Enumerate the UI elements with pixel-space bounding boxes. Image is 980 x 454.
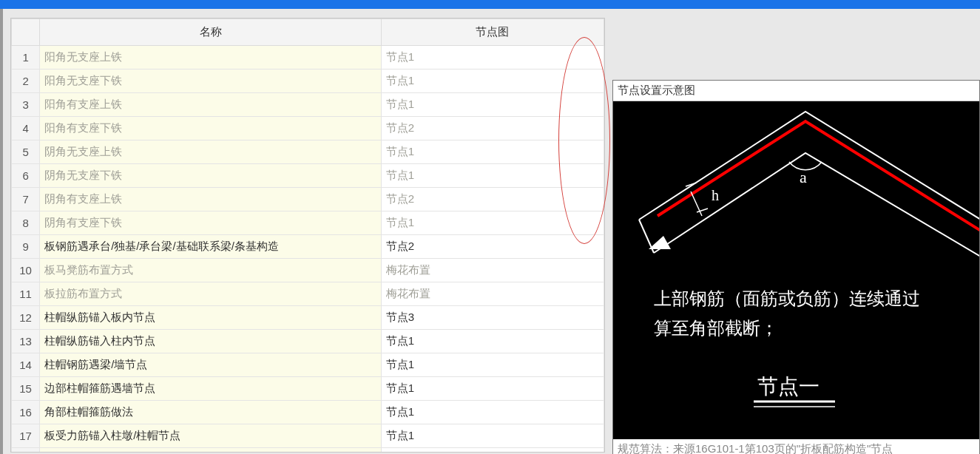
name-cell[interactable]: 阴角无支座上铁 bbox=[40, 140, 382, 164]
node-cell[interactable]: 节点1 bbox=[381, 46, 604, 70]
node-table: 名称 节点图 1阳角无支座上铁节点12阳角无支座下铁节点13阳角有支座上铁节点1… bbox=[11, 18, 604, 453]
table-row[interactable]: 5阴角无支座上铁节点1 bbox=[12, 140, 604, 164]
name-cell[interactable]: 板受力筋锚入柱墩/柱帽节点 bbox=[40, 424, 382, 448]
node-cell[interactable]: 节点1 bbox=[381, 353, 604, 377]
rownum-cell: 7 bbox=[12, 188, 40, 211]
col-rownum bbox=[12, 19, 40, 46]
name-cell[interactable]: 阳角有支座下铁 bbox=[40, 117, 382, 140]
rownum-cell: 11 bbox=[12, 282, 40, 306]
name-cell[interactable]: 侧面为梁大高差降板构造 bbox=[40, 448, 382, 453]
rownum-cell: 13 bbox=[12, 330, 40, 353]
node-cell[interactable]: 节点1 bbox=[381, 330, 604, 353]
table-row[interactable]: 16角部柱帽箍筋做法节点1 bbox=[12, 401, 604, 424]
col-name: 名称 bbox=[40, 19, 382, 46]
node-cell[interactable]: 节点2 bbox=[381, 235, 604, 259]
rownum-cell: 9 bbox=[12, 235, 40, 259]
name-cell[interactable]: 阳角有支座上铁 bbox=[40, 93, 382, 117]
rownum-cell: 3 bbox=[12, 93, 40, 117]
table-row[interactable]: 11板拉筋布置方式梅花布置 bbox=[12, 282, 604, 306]
node-table-wrap: 名称 节点图 1阳角无支座上铁节点12阳角无支座下铁节点13阳角有支座上铁节点1… bbox=[10, 18, 605, 453]
table-row[interactable]: 1阳角无支座上铁节点1 bbox=[12, 46, 604, 70]
table-row[interactable]: 10板马凳筋布置方式梅花布置 bbox=[12, 259, 604, 282]
table-row[interactable]: 18侧面为梁大高差降板构造节点1 bbox=[12, 448, 604, 453]
table-row[interactable]: 14柱帽钢筋遇梁/墙节点节点1 bbox=[12, 353, 604, 377]
node-cell[interactable]: 节点3 bbox=[381, 306, 604, 330]
name-cell[interactable]: 板钢筋遇承台/独基/承台梁/基础联系梁/条基构造 bbox=[40, 235, 382, 259]
name-cell[interactable]: 板马凳筋布置方式 bbox=[40, 259, 382, 282]
rownum-cell: 4 bbox=[12, 117, 40, 140]
node-cell[interactable]: 节点1 bbox=[381, 93, 604, 117]
table-header-row: 名称 节点图 bbox=[12, 19, 604, 46]
diagram-svg: h a 上部钢筋（面筋或负筋）连续通过 算至角部截断； 节点一 bbox=[613, 101, 979, 427]
name-cell[interactable]: 角部柱帽箍筋做法 bbox=[40, 401, 382, 424]
table-row[interactable]: 15边部柱帽箍筋遇墙节点节点1 bbox=[12, 377, 604, 401]
label-a: a bbox=[800, 168, 807, 186]
name-cell[interactable]: 阳角无支座上铁 bbox=[40, 46, 382, 70]
name-cell[interactable]: 柱帽纵筋锚入柱内节点 bbox=[40, 330, 382, 353]
node-cell[interactable]: 节点1 bbox=[381, 140, 604, 164]
rownum-cell: 18 bbox=[12, 448, 40, 453]
table-row[interactable]: 4阳角有支座下铁节点2 bbox=[12, 117, 604, 140]
node-cell[interactable]: 节点1 bbox=[381, 448, 604, 453]
table-row[interactable]: 13柱帽纵筋锚入柱内节点节点1 bbox=[12, 330, 604, 353]
rownum-cell: 1 bbox=[12, 46, 40, 70]
rownum-cell: 10 bbox=[12, 259, 40, 282]
name-cell[interactable]: 板拉筋布置方式 bbox=[40, 282, 382, 306]
node-title: 节点一 bbox=[757, 375, 820, 398]
rownum-cell: 15 bbox=[12, 377, 40, 401]
name-cell[interactable]: 阳角无支座下铁 bbox=[40, 70, 382, 93]
col-node: 节点图 bbox=[381, 19, 604, 46]
table-row[interactable]: 12柱帽纵筋锚入板内节点节点3 bbox=[12, 306, 604, 330]
rownum-cell: 17 bbox=[12, 424, 40, 448]
main-area: 名称 节点图 1阳角无支座上铁节点12阳角无支座下铁节点13阳角有支座上铁节点1… bbox=[0, 9, 980, 454]
name-cell[interactable]: 边部柱帽箍筋遇墙节点 bbox=[40, 377, 382, 401]
node-cell[interactable]: 节点2 bbox=[381, 188, 604, 211]
rownum-cell: 5 bbox=[12, 140, 40, 164]
name-cell[interactable]: 柱帽纵筋锚入板内节点 bbox=[40, 306, 382, 330]
diagram-area: h a 上部钢筋（面筋或负筋）连续通过 算至角部截断； 节点一 bbox=[613, 101, 979, 439]
rownum-cell: 12 bbox=[12, 306, 40, 330]
node-cell[interactable]: 梅花布置 bbox=[381, 282, 604, 306]
svg-line-1 bbox=[691, 192, 702, 216]
name-cell[interactable]: 阴角有支座上铁 bbox=[40, 188, 382, 211]
table-row[interactable]: 9板钢筋遇承台/独基/承台梁/基础联系梁/条基构造节点2 bbox=[12, 235, 604, 259]
rownum-cell: 8 bbox=[12, 211, 40, 235]
rownum-cell: 6 bbox=[12, 164, 40, 188]
node-cell[interactable]: 节点1 bbox=[381, 164, 604, 188]
node-cell[interactable]: 节点1 bbox=[381, 70, 604, 93]
name-cell[interactable]: 柱帽钢筋遇梁/墙节点 bbox=[40, 353, 382, 377]
desc-line2: 算至角部截断； bbox=[654, 318, 778, 338]
name-cell[interactable]: 阴角无支座下铁 bbox=[40, 164, 382, 188]
diagram-panel: 节点设置示意图 h a 上部钢筋（面筋或 bbox=[612, 80, 980, 454]
name-cell[interactable]: 阴角有支座下铁 bbox=[40, 211, 382, 235]
desc-line1: 上部钢筋（面筋或负筋）连续通过 bbox=[654, 288, 920, 308]
diagram-footer: 规范算法：来源16G101-1第103页的"折板配筋构造"节点 bbox=[613, 439, 979, 454]
node-cell[interactable]: 节点1 bbox=[381, 401, 604, 424]
table-row[interactable]: 3阳角有支座上铁节点1 bbox=[12, 93, 604, 117]
table-row[interactable]: 2阳角无支座下铁节点1 bbox=[12, 70, 604, 93]
table-row[interactable]: 6阴角无支座下铁节点1 bbox=[12, 164, 604, 188]
node-cell[interactable]: 节点1 bbox=[381, 211, 604, 235]
label-h: h bbox=[712, 187, 719, 203]
diagram-panel-title: 节点设置示意图 bbox=[613, 81, 979, 101]
node-cell[interactable]: 节点2 bbox=[381, 117, 604, 140]
rownum-cell: 2 bbox=[12, 70, 40, 93]
table-row[interactable]: 7阴角有支座上铁节点2 bbox=[12, 188, 604, 211]
table-row[interactable]: 17板受力筋锚入柱墩/柱帽节点节点1 bbox=[12, 424, 604, 448]
title-bar bbox=[0, 0, 980, 9]
node-cell[interactable]: 节点1 bbox=[381, 424, 604, 448]
rownum-cell: 14 bbox=[12, 353, 40, 377]
rownum-cell: 16 bbox=[12, 401, 40, 424]
node-cell[interactable]: 节点1 bbox=[381, 377, 604, 401]
table-row[interactable]: 8阴角有支座下铁节点1 bbox=[12, 211, 604, 235]
node-cell[interactable]: 梅花布置 bbox=[381, 259, 604, 282]
